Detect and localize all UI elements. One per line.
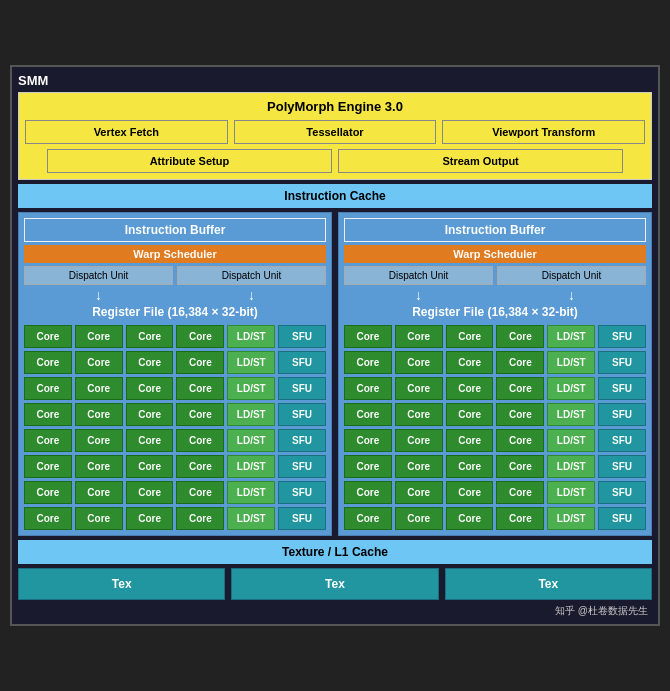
ldst-cell: LD/ST: [227, 377, 275, 400]
ldst-cell: LD/ST: [547, 325, 595, 348]
attribute-setup-btn: Attribute Setup: [47, 149, 332, 173]
core-cell: Core: [446, 351, 494, 374]
core-cell: Core: [446, 481, 494, 504]
ldst-cell: LD/ST: [227, 351, 275, 374]
sm-left-dispatch-row: Dispatch Unit Dispatch Unit: [24, 266, 326, 285]
sm-right-dispatch-row: Dispatch Unit Dispatch Unit: [344, 266, 646, 285]
core-cell: Core: [126, 325, 174, 348]
tex-unit-2: Tex: [231, 568, 438, 600]
core-cell: Core: [126, 507, 174, 530]
sfu-cell: SFU: [278, 377, 326, 400]
core-cell: Core: [75, 429, 123, 452]
sfu-cell: SFU: [278, 325, 326, 348]
core-cell: Core: [24, 351, 72, 374]
core-cell: Core: [395, 377, 443, 400]
stream-output-btn: Stream Output: [338, 149, 623, 173]
core-cell: Core: [395, 403, 443, 426]
sm-right-core-grid: Core Core Core Core LD/ST SFU Core Core …: [344, 325, 646, 530]
texture-cache-bar: Texture / L1 Cache: [18, 540, 652, 564]
core-cell: Core: [496, 403, 544, 426]
core-cell: Core: [75, 403, 123, 426]
core-cell: Core: [24, 481, 72, 504]
core-cell: Core: [176, 429, 224, 452]
core-cell: Core: [24, 403, 72, 426]
sfu-cell: SFU: [598, 455, 646, 478]
core-cell: Core: [24, 429, 72, 452]
sm-left-dispatch-unit-2: Dispatch Unit: [177, 266, 326, 285]
sfu-cell: SFU: [278, 507, 326, 530]
core-cell: Core: [395, 481, 443, 504]
ldst-cell: LD/ST: [547, 507, 595, 530]
sfu-cell: SFU: [598, 403, 646, 426]
core-cell: Core: [496, 429, 544, 452]
sm-right-arrow-1: ↓: [344, 288, 493, 302]
core-cell: Core: [75, 351, 123, 374]
core-cell: Core: [126, 403, 174, 426]
core-cell: Core: [24, 377, 72, 400]
core-cell: Core: [176, 403, 224, 426]
ldst-cell: LD/ST: [547, 403, 595, 426]
instruction-cache-bar: Instruction Cache: [18, 184, 652, 208]
ldst-cell: LD/ST: [227, 403, 275, 426]
ldst-cell: LD/ST: [547, 455, 595, 478]
sm-left-reg-file: Register File (16,384 × 32-bit): [24, 305, 326, 319]
ldst-cell: LD/ST: [547, 377, 595, 400]
core-cell: Core: [496, 325, 544, 348]
sm-left-arrow-2: ↓: [177, 288, 326, 302]
sm-left-inst-buffer: Instruction Buffer: [24, 218, 326, 242]
ldst-cell: LD/ST: [227, 507, 275, 530]
sm-right-dispatch-unit-1: Dispatch Unit: [344, 266, 493, 285]
core-cell: Core: [75, 481, 123, 504]
core-cell: Core: [24, 507, 72, 530]
core-cell: Core: [446, 377, 494, 400]
core-cell: Core: [395, 429, 443, 452]
watermark: 知乎 @杜卷数据先生: [18, 604, 652, 618]
core-cell: Core: [24, 325, 72, 348]
core-cell: Core: [344, 351, 392, 374]
core-cell: Core: [446, 507, 494, 530]
dual-sm: Instruction Buffer Warp Scheduler Dispat…: [18, 212, 652, 536]
core-cell: Core: [176, 377, 224, 400]
core-cell: Core: [446, 325, 494, 348]
core-cell: Core: [446, 429, 494, 452]
core-cell: Core: [446, 455, 494, 478]
sfu-cell: SFU: [278, 481, 326, 504]
sfu-cell: SFU: [278, 403, 326, 426]
core-cell: Core: [176, 351, 224, 374]
tex-row: Tex Tex Tex: [18, 568, 652, 600]
polymorph-section: PolyMorph Engine 3.0 Vertex Fetch Tessel…: [18, 92, 652, 180]
sfu-cell: SFU: [598, 481, 646, 504]
core-cell: Core: [126, 481, 174, 504]
sm-left-arrow-1: ↓: [24, 288, 173, 302]
sm-left-dispatch-unit-1: Dispatch Unit: [24, 266, 173, 285]
vertex-fetch-btn: Vertex Fetch: [25, 120, 228, 144]
ldst-cell: LD/ST: [227, 455, 275, 478]
sfu-cell: SFU: [598, 325, 646, 348]
sfu-cell: SFU: [598, 351, 646, 374]
ldst-cell: LD/ST: [227, 481, 275, 504]
core-cell: Core: [344, 429, 392, 452]
core-cell: Core: [496, 481, 544, 504]
ldst-cell: LD/ST: [227, 325, 275, 348]
sm-left: Instruction Buffer Warp Scheduler Dispat…: [18, 212, 332, 536]
core-cell: Core: [496, 351, 544, 374]
core-cell: Core: [395, 351, 443, 374]
core-cell: Core: [344, 377, 392, 400]
core-cell: Core: [446, 403, 494, 426]
sm-right-dispatch-unit-2: Dispatch Unit: [497, 266, 646, 285]
core-cell: Core: [395, 325, 443, 348]
core-cell: Core: [496, 507, 544, 530]
core-cell: Core: [344, 403, 392, 426]
core-cell: Core: [395, 455, 443, 478]
tex-unit-1: Tex: [18, 568, 225, 600]
core-cell: Core: [75, 325, 123, 348]
sfu-cell: SFU: [598, 429, 646, 452]
ldst-cell: LD/ST: [227, 429, 275, 452]
sfu-cell: SFU: [278, 351, 326, 374]
sfu-cell: SFU: [278, 455, 326, 478]
sm-left-core-grid: Core Core Core Core LD/ST SFU Core Core …: [24, 325, 326, 530]
core-cell: Core: [496, 455, 544, 478]
sm-left-arrow-row: ↓ ↓: [24, 288, 326, 302]
core-cell: Core: [176, 507, 224, 530]
core-cell: Core: [176, 481, 224, 504]
